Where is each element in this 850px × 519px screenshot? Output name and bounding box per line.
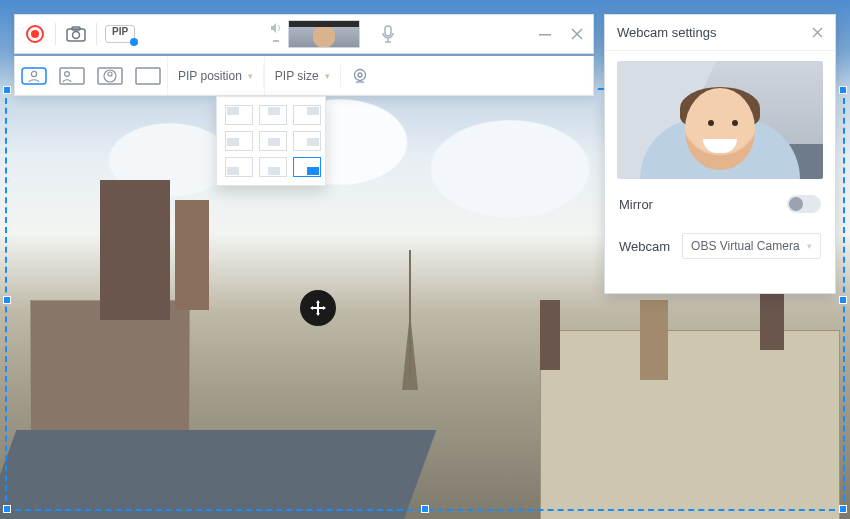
mirror-toggle[interactable] (787, 195, 821, 213)
microphone-icon (381, 25, 395, 43)
overlay-shape-person-circle[interactable] (91, 57, 129, 95)
speaker-icon (270, 23, 282, 33)
webcam-settings-button[interactable] (341, 57, 379, 95)
pip-pos-bottom-center[interactable] (259, 157, 287, 177)
pip-pos-bottom-right[interactable] (293, 157, 321, 177)
svg-point-17 (358, 73, 362, 77)
pip-sub-toolbar: PIP position ▾ PIP size ▾ (14, 56, 594, 96)
move-icon (309, 299, 327, 317)
panel-titlebar: Webcam settings (605, 15, 835, 51)
chevron-down-icon: ▾ (807, 241, 812, 251)
svg-point-16 (354, 69, 365, 80)
chimney (540, 300, 560, 370)
svg-rect-7 (539, 34, 551, 36)
pip-label: PIP (112, 26, 128, 37)
chimney (760, 290, 784, 350)
webcam-row: Webcam OBS Virtual Camera ▾ (605, 223, 835, 269)
mirror-label: Mirror (619, 197, 653, 212)
camera-icon (66, 26, 86, 42)
webcam-preview (617, 61, 823, 179)
svg-rect-6 (385, 26, 391, 36)
pip-size-label: PIP size (275, 69, 319, 83)
overlay-shape-person-rounded[interactable] (15, 57, 53, 95)
move-selection-handle[interactable] (300, 290, 336, 326)
close-button[interactable] (561, 14, 593, 54)
svg-rect-5 (273, 40, 279, 42)
mirror-row: Mirror (605, 185, 835, 223)
close-icon (571, 28, 583, 40)
pip-position-label: PIP position (178, 69, 242, 83)
audio-level-icon (264, 23, 288, 45)
record-button[interactable] (15, 14, 55, 54)
pip-position-grid-popover (216, 96, 326, 186)
overlay-shape-person-left[interactable] (53, 57, 91, 95)
pip-pos-left[interactable] (225, 131, 253, 151)
svg-point-14 (108, 72, 112, 76)
panel-title: Webcam settings (617, 25, 716, 40)
roof (0, 430, 436, 519)
svg-rect-15 (136, 68, 160, 84)
pip-pos-right[interactable] (293, 131, 321, 151)
pip-pos-center[interactable] (259, 131, 287, 151)
webcam-selected-value: OBS Virtual Camera (691, 239, 800, 253)
separator (96, 23, 97, 45)
svg-point-1 (31, 30, 39, 38)
dash-icon (273, 37, 279, 45)
screenshot-button[interactable] (56, 14, 96, 54)
pip-pos-top-right[interactable] (293, 105, 321, 125)
webcam-icon (351, 67, 369, 85)
chimney (175, 200, 209, 310)
chimney (640, 300, 668, 380)
webcam-select[interactable]: OBS Virtual Camera ▾ (682, 233, 821, 259)
chevron-down-icon: ▾ (248, 71, 253, 81)
chevron-down-icon: ▾ (325, 71, 330, 81)
main-toolbar: PIP (14, 14, 594, 54)
panel-close-button[interactable] (812, 24, 823, 41)
record-icon (25, 24, 45, 44)
pip-pos-bottom-left[interactable] (225, 157, 253, 177)
webcam-label: Webcam (619, 239, 670, 254)
svg-point-9 (31, 71, 36, 76)
svg-point-11 (65, 71, 70, 76)
pip-pos-top-center[interactable] (259, 105, 287, 125)
active-badge-icon (130, 38, 138, 46)
microphone-button[interactable] (368, 14, 408, 54)
minimize-icon (539, 28, 551, 40)
svg-point-3 (73, 32, 80, 39)
toggle-knob (789, 197, 803, 211)
webcam-settings-panel: Webcam settings Mirror Webcam OBS Virtua… (604, 14, 836, 294)
building (540, 330, 840, 519)
close-icon (812, 27, 823, 38)
minimize-button[interactable] (529, 14, 561, 54)
pip-mode-button[interactable]: PIP (105, 25, 135, 43)
pip-size-dropdown[interactable]: PIP size ▾ (264, 57, 340, 95)
pip-position-dropdown[interactable]: PIP position ▾ (167, 57, 263, 95)
overlay-shape-rect[interactable] (129, 57, 167, 95)
pip-preview-thumbnail[interactable] (288, 20, 360, 48)
chimney (100, 180, 170, 320)
pip-pos-top-left[interactable] (225, 105, 253, 125)
eiffel-tower (400, 290, 420, 380)
